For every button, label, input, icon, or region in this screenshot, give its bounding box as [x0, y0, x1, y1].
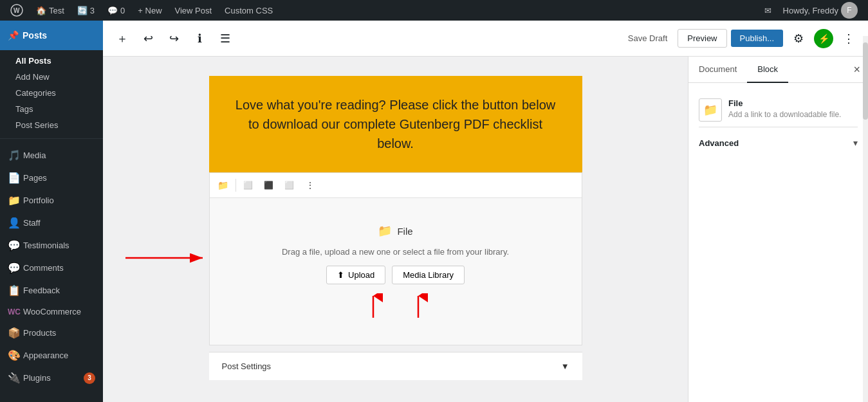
preview-btn[interactable]: Preview: [678, 29, 726, 48]
file-block-desc: Add a link to a downloadable file.: [728, 110, 841, 119]
media-library-btn[interactable]: Media Library: [392, 266, 465, 284]
advanced-chevron-icon: ▾: [853, 138, 858, 148]
advanced-label: Advanced: [699, 138, 739, 148]
sidebar-item-testimonials[interactable]: 💬 Testimonials: [0, 234, 103, 257]
file-block-name: File: [728, 98, 841, 108]
sidebar-item-comments[interactable]: 💬 Comments: [0, 257, 103, 279]
plugins-icon: 🔌: [8, 372, 18, 384]
file-upload-area: 📁 File Drag a file, upload a new one or …: [210, 198, 582, 345]
inspector-scrollbar-track[interactable]: [863, 57, 868, 402]
sidebar-item-appearance[interactable]: 🎨 Appearance: [0, 344, 103, 367]
svg-text:W: W: [14, 7, 20, 14]
comments-btn[interactable]: 💬 0: [102, 0, 130, 21]
info-btn[interactable]: ℹ: [188, 27, 211, 50]
align-left-icon: ⬜: [243, 181, 253, 190]
view-post-btn[interactable]: View Post: [170, 0, 217, 21]
redo-btn[interactable]: ↪: [162, 27, 185, 50]
file-block[interactable]: 📁 ⬜ ⬛ ⬜: [209, 172, 582, 345]
sidebar-item-tags[interactable]: Tags: [0, 101, 103, 117]
vertical-dots-icon: ⋮: [843, 32, 854, 46]
appearance-icon: 🎨: [8, 349, 18, 361]
custom-css-btn[interactable]: Custom CSS: [219, 0, 278, 21]
file-block-toolbar: 📁 ⬜ ⬛ ⬜: [210, 173, 582, 198]
new-btn[interactable]: + New: [133, 0, 167, 21]
plugins-badge: 3: [84, 372, 95, 384]
media-library-btn-wrapper: Media Library: [392, 266, 465, 284]
align-center-btn[interactable]: ⬛: [259, 176, 279, 195]
upload-icon: ⬆: [337, 270, 344, 280]
wp-logo-btn[interactable]: W: [5, 0, 28, 21]
updates-btn[interactable]: 🔄 3: [72, 0, 100, 21]
comments-nav-icon: 💬: [8, 262, 18, 274]
sidebar-posts-header[interactable]: 📌 Posts: [0, 21, 103, 50]
info-icon: ℹ: [198, 32, 202, 46]
sidebar-item-woocommerce[interactable]: WC WooCommerce: [0, 302, 103, 322]
sidebar-item-post-series[interactable]: Post Series: [0, 117, 103, 133]
sidebar-item-portfolio[interactable]: 📁 Portfolio: [0, 189, 103, 212]
posts-icon: 📌: [8, 30, 19, 41]
folder-block-icon: 📁: [703, 103, 717, 117]
upload-btn-wrapper: ⬆ Upload: [326, 266, 385, 284]
settings-btn[interactable]: ⚙: [787, 27, 810, 50]
sidebar-item-staff[interactable]: 👤 Staff: [0, 212, 103, 234]
message-btn[interactable]: ✉: [759, 0, 777, 21]
file-upload-description: Drag a file, upload a new one or select …: [282, 247, 509, 257]
sidebar-item-feedback[interactable]: 📋 Feedback: [0, 279, 103, 302]
gear-icon: ⚙: [793, 32, 804, 46]
file-icon-box: 📁: [699, 98, 722, 122]
folder-icon: 📁: [217, 180, 228, 190]
align-right-btn[interactable]: ⬜: [280, 176, 299, 195]
howdy-btn[interactable]: Howdy, Freddy F: [778, 0, 863, 21]
jetpack-icon[interactable]: ⚡: [814, 29, 833, 48]
ellipsis-icon: ⋮: [306, 180, 315, 190]
post-settings-bar[interactable]: Post Settings ▼: [209, 352, 582, 380]
advanced-header[interactable]: Advanced ▾: [699, 135, 858, 151]
file-info-block: 📁 File Add a link to a downloadable file…: [699, 93, 858, 127]
sidebar-item-media[interactable]: 🎵 Media: [0, 144, 103, 167]
publish-btn[interactable]: Publish...: [731, 30, 783, 47]
inspector-panel: Document Block × 📁 File: [688, 57, 868, 402]
advanced-section: Advanced ▾: [699, 127, 858, 158]
align-left-btn[interactable]: ⬜: [239, 176, 258, 195]
tab-block[interactable]: Block: [747, 57, 788, 83]
file-upload-buttons: ⬆ Upload Media Library: [326, 266, 465, 284]
block-more-btn[interactable]: ⋮: [300, 176, 320, 195]
sidebar-item-products[interactable]: 📦 Products: [0, 322, 103, 344]
editor-toolbar: ＋ ↩ ↪ ℹ ☰ Save Draft Preview Publish... …: [103, 21, 868, 57]
block-folder-btn[interactable]: 📁: [214, 176, 233, 195]
inspector-tabs: Document Block ×: [688, 57, 868, 83]
pages-icon: 📄: [8, 172, 18, 184]
sidebar-item-add-new[interactable]: Add New: [0, 69, 103, 85]
red-arrows-row: [364, 293, 428, 319]
sidebar-item-pages[interactable]: 📄 Pages: [0, 167, 103, 189]
align-right-icon: ⬜: [284, 181, 294, 190]
red-up-arrow-1: [364, 293, 383, 319]
file-info-text: File Add a link to a downloadable file.: [728, 98, 841, 119]
sidebar-item-categories[interactable]: Categories: [0, 85, 103, 101]
tab-document[interactable]: Document: [688, 57, 747, 83]
file-type-icon: 📁: [378, 224, 392, 238]
woocommerce-icon: WC: [8, 307, 18, 316]
add-block-btn[interactable]: ＋: [111, 27, 134, 50]
staff-icon: 👤: [8, 217, 18, 229]
inspector-scrollbar-thumb[interactable]: [863, 57, 868, 120]
more-tools-btn[interactable]: ⋮: [837, 27, 860, 50]
left-arrow-annotation: [125, 248, 209, 270]
file-upload-title: 📁 File: [378, 224, 412, 238]
list-view-btn[interactable]: ☰: [214, 27, 237, 50]
close-icon: ×: [853, 63, 860, 76]
sidebar-posts-section: All Posts Add New Categories Tags Post S…: [0, 50, 103, 136]
site-name-btn[interactable]: 🏠 Test: [31, 0, 69, 21]
admin-bar: W 🏠 Test 🔄 3 💬 0 + New View Post Custom …: [0, 0, 868, 21]
editor-main[interactable]: Love what you're reading? Please click t…: [103, 57, 688, 402]
message-icon: ✉: [764, 6, 771, 15]
sidebar-item-plugins[interactable]: 🔌 Plugins 3: [0, 367, 103, 389]
toolbar-divider: [235, 179, 236, 192]
undo-btn[interactable]: ↩: [136, 27, 160, 50]
home-icon: 🏠: [36, 6, 46, 15]
sidebar-item-all-posts[interactable]: All Posts: [0, 53, 103, 69]
comments-icon: 💬: [107, 6, 118, 15]
upload-btn[interactable]: ⬆ Upload: [326, 266, 385, 284]
save-draft-btn[interactable]: Save Draft: [622, 30, 674, 47]
editor-inspector-layout: Love what you're reading? Please click t…: [103, 57, 868, 402]
